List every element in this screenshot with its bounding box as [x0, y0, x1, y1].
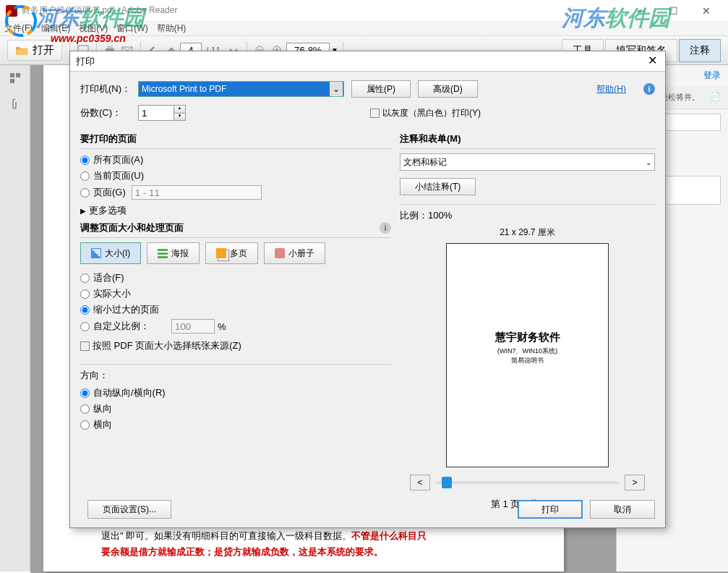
printer-label: 打印机(N)：: [80, 82, 138, 96]
page-setup-button[interactable]: 页面设置(S)...: [87, 500, 171, 519]
tab-poster[interactable]: 海报: [147, 242, 200, 264]
menu-help[interactable]: 帮助(H): [157, 22, 187, 35]
svg-rect-10: [16, 73, 20, 77]
scale-label: 比例：100%: [400, 209, 655, 222]
booklet-icon: [275, 248, 285, 258]
advanced-button[interactable]: 高级(D): [418, 80, 478, 98]
dialog-close-button[interactable]: ✕: [645, 54, 659, 69]
properties-button[interactable]: 属性(P): [351, 80, 411, 98]
printer-select[interactable]: Microsoft Print to PDF⌄: [138, 81, 344, 97]
app-icon: [6, 5, 17, 17]
copies-input[interactable]: [138, 105, 174, 121]
summarize-button[interactable]: 小结注释(T): [400, 178, 476, 195]
dialog-title: 打印: [76, 55, 645, 68]
more-options-toggle[interactable]: ▶更多选项: [80, 204, 391, 217]
sidebar: [0, 65, 30, 572]
svg-rect-9: [10, 73, 14, 77]
window-titlebar: 财务用户操作说明书.pdf - Adobe Reader ─ ☐ ✕: [0, 0, 728, 22]
print-preview: 慧宇财务软件 (WIN7、WIN10系统) 简易说明书: [446, 243, 609, 467]
page-range-radio[interactable]: [80, 188, 90, 198]
tab-comments[interactable]: 注释: [679, 39, 721, 62]
paper-source-checkbox[interactable]: [80, 341, 90, 351]
shrink-radio[interactable]: [80, 305, 90, 315]
svg-rect-2: [107, 46, 113, 48]
tab-size[interactable]: 大小(I): [80, 242, 141, 264]
comments-select[interactable]: 文档和标记⌄: [400, 153, 655, 171]
print-button[interactable]: 打印: [518, 500, 583, 519]
tab-multi[interactable]: 多页: [205, 242, 258, 264]
fit-radio[interactable]: [80, 273, 90, 283]
attachments-icon[interactable]: [0, 91, 30, 117]
preview-prev-button[interactable]: <: [410, 475, 430, 491]
custom-scale-radio[interactable]: [80, 322, 90, 331]
tab-booklet[interactable]: 小册子: [264, 242, 325, 264]
current-page-radio[interactable]: [80, 171, 90, 181]
pages-group-title: 要打印的页面: [80, 132, 391, 145]
help-link[interactable]: 帮助(H): [596, 83, 626, 96]
window-title: 财务用户操作说明书.pdf - Adobe Reader: [22, 4, 625, 17]
preview-slider[interactable]: [436, 481, 619, 484]
actual-radio[interactable]: [80, 289, 90, 299]
resize-group-title: 调整页面大小和处理页面: [80, 221, 184, 234]
portrait-radio[interactable]: [80, 404, 90, 414]
minimize-button[interactable]: ─: [625, 1, 657, 21]
poster-icon: [158, 248, 168, 258]
auto-orient-radio[interactable]: [80, 389, 90, 398]
info-icon[interactable]: i: [643, 83, 655, 95]
info-icon-2[interactable]: i: [380, 222, 391, 234]
orientation-label: 方向：: [80, 369, 391, 382]
scale-input[interactable]: [171, 319, 215, 334]
print-dialog: 打印 ✕ 打印机(N)： Microsoft Print to PDF⌄ 属性(…: [69, 51, 666, 528]
grayscale-label: 以灰度（黑白色）打印(Y): [382, 107, 481, 119]
watermark-url: www.pc0359.cn: [51, 33, 126, 44]
grayscale-checkbox[interactable]: [370, 109, 380, 118]
maximize-button[interactable]: ☐: [657, 1, 690, 21]
all-pages-radio[interactable]: [80, 156, 90, 165]
thumbnails-icon[interactable]: [0, 65, 30, 91]
dimensions-label: 21 x 29.7 厘米: [400, 226, 655, 239]
chevron-down-icon: ⌄: [330, 82, 343, 96]
pdf-export-icon: 📄: [711, 92, 721, 101]
close-button[interactable]: ✕: [690, 1, 722, 21]
comments-group-title: 注释和表单(M): [400, 132, 655, 145]
landscape-radio[interactable]: [80, 420, 90, 430]
menu-file[interactable]: 文件(F): [4, 22, 33, 35]
svg-rect-11: [10, 79, 14, 83]
preview-next-button[interactable]: >: [625, 475, 645, 491]
multi-icon: [216, 248, 226, 258]
folder-open-icon: [15, 44, 28, 57]
dialog-titlebar: 打印 ✕: [70, 51, 665, 72]
copies-spinner[interactable]: ▲▼: [174, 105, 186, 121]
cancel-button[interactable]: 取消: [590, 500, 655, 519]
size-icon: [91, 248, 101, 258]
page-range-input[interactable]: [132, 185, 262, 200]
copies-label: 份数(C)：: [80, 106, 138, 119]
